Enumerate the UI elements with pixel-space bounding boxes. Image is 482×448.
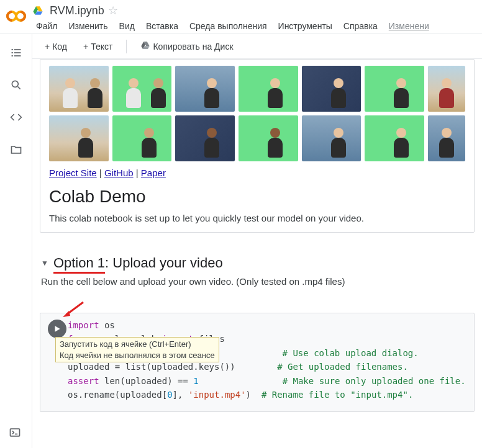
menu-tools[interactable]: Инструменты bbox=[275, 19, 336, 34]
arrow-annotation-icon bbox=[61, 301, 86, 320]
menu-file[interactable]: Файл bbox=[32, 19, 61, 34]
svg-rect-7 bbox=[14, 55, 20, 56]
play-icon bbox=[53, 325, 61, 333]
copy-to-drive-button[interactable]: Копировать на Диск bbox=[135, 38, 238, 55]
heading-option1: Option 1: Upload your video bbox=[53, 255, 223, 271]
thumb bbox=[302, 66, 362, 112]
svg-marker-11 bbox=[63, 311, 70, 317]
svg-line-9 bbox=[17, 87, 20, 89]
menu-bar: Файл Изменить Вид Вставка Среда выполнен… bbox=[32, 19, 477, 34]
separator bbox=[126, 40, 127, 53]
thumb bbox=[365, 115, 424, 161]
add-text-button[interactable]: +Текст bbox=[78, 39, 117, 54]
thumb bbox=[175, 66, 235, 112]
colab-logo-icon[interactable] bbox=[5, 5, 27, 27]
search-icon[interactable] bbox=[9, 78, 24, 92]
thumb bbox=[428, 66, 465, 112]
menu-help[interactable]: Справка bbox=[340, 19, 381, 34]
collapse-arrow-icon[interactable]: ▼ bbox=[41, 259, 48, 267]
svg-rect-5 bbox=[14, 52, 20, 53]
separator: | bbox=[134, 168, 141, 178]
star-icon[interactable]: ☆ bbox=[108, 4, 118, 17]
text-cell-intro[interactable]: Project Site | GitHub | Paper Colab Demo… bbox=[40, 59, 475, 233]
svg-rect-2 bbox=[11, 49, 13, 50]
left-rail bbox=[0, 34, 32, 448]
heading-colab-demo: Colab Demo bbox=[49, 187, 465, 207]
links-row: Project Site | GitHub | Paper bbox=[49, 168, 465, 178]
thumb bbox=[112, 115, 172, 161]
drive-icon bbox=[140, 40, 150, 52]
thumb bbox=[49, 115, 109, 161]
header: RVM.ipynb ☆ Файл Изменить Вид Вставка Ср… bbox=[0, 0, 482, 34]
code-editor[interactable]: import os from google.colab import files… bbox=[68, 318, 468, 406]
add-code-button[interactable]: +Код bbox=[40, 39, 72, 54]
section-subtext: Run the cell below and upload your own v… bbox=[41, 276, 473, 287]
svg-rect-6 bbox=[11, 55, 13, 56]
code-snippets-icon[interactable] bbox=[9, 110, 24, 125]
text-cell-option1[interactable]: ▼ Option 1: Upload your video Run the ce… bbox=[40, 244, 475, 302]
thumb bbox=[365, 66, 424, 112]
link-project-site[interactable]: Project Site bbox=[49, 168, 97, 178]
terminal-icon[interactable] bbox=[9, 426, 21, 441]
plus-icon: + bbox=[45, 42, 50, 52]
menu-insert[interactable]: Вставка bbox=[142, 19, 182, 34]
menu-runtime[interactable]: Среда выполнения bbox=[186, 19, 271, 34]
toolbar: +Код +Текст Копировать на Диск bbox=[32, 34, 482, 59]
main: +Код +Текст Копировать на Диск bbox=[0, 34, 482, 448]
drive-icon bbox=[32, 5, 43, 16]
notebook-title[interactable]: RVM.ipynb bbox=[50, 4, 104, 17]
svg-rect-12 bbox=[11, 429, 20, 436]
menu-edit[interactable]: Изменить bbox=[65, 19, 111, 34]
content-area: +Код +Текст Копировать на Диск bbox=[32, 34, 482, 448]
thumb bbox=[49, 66, 109, 112]
link-github[interactable]: GitHub bbox=[104, 168, 134, 178]
svg-rect-3 bbox=[14, 49, 20, 50]
description-text: This colab notebook is set up to let you… bbox=[49, 213, 465, 223]
link-paper[interactable]: Paper bbox=[141, 168, 166, 178]
thumb bbox=[239, 115, 298, 161]
thumb bbox=[239, 66, 298, 112]
svg-rect-4 bbox=[11, 52, 13, 53]
run-tooltip: Запустить код в ячейке (Ctrl+Enter)Код я… bbox=[55, 337, 219, 362]
files-icon[interactable] bbox=[9, 142, 24, 157]
title-area: RVM.ipynb ☆ Файл Изменить Вид Вставка Ср… bbox=[32, 4, 477, 34]
thumbnail-grid bbox=[49, 66, 465, 161]
thumb bbox=[428, 115, 465, 161]
menu-last-edit[interactable]: Изменени bbox=[385, 19, 433, 34]
run-cell-button[interactable] bbox=[48, 320, 66, 338]
thumb bbox=[112, 66, 172, 112]
separator: | bbox=[97, 168, 104, 178]
notebook: Project Site | GitHub | Paper Colab Demo… bbox=[32, 59, 482, 424]
code-cell[interactable]: import os from google.colab import files… bbox=[40, 313, 475, 412]
toc-icon[interactable] bbox=[9, 45, 24, 60]
plus-icon: + bbox=[83, 42, 88, 52]
thumb bbox=[302, 115, 362, 161]
svg-point-8 bbox=[12, 81, 18, 87]
menu-view[interactable]: Вид bbox=[116, 19, 139, 34]
thumb bbox=[175, 115, 235, 161]
